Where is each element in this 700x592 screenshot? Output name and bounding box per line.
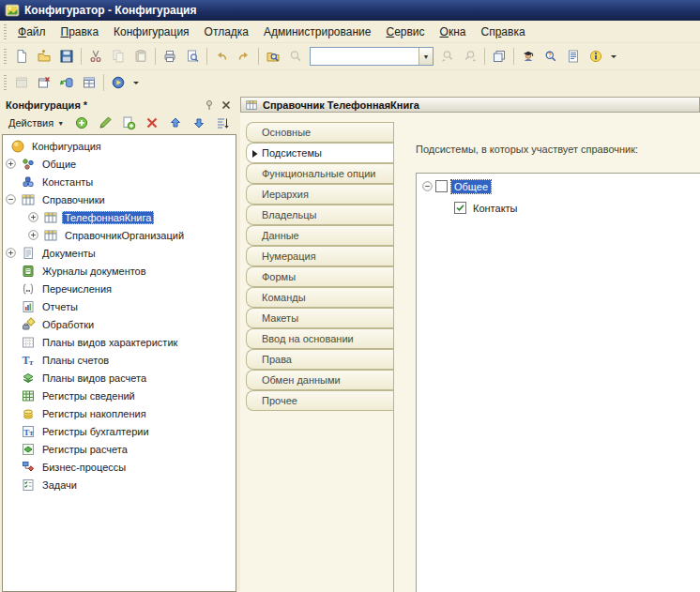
tree-item-Отчеты[interactable]: Отчеты	[3, 297, 236, 315]
move-down-button[interactable]	[189, 114, 209, 132]
tree-item-Планы видов характеристик[interactable]: Планы видов характеристик	[3, 333, 236, 351]
tree-item-label[interactable]: ТелефоннаяКнига	[62, 211, 154, 224]
text-template-button[interactable]	[562, 46, 585, 67]
tree-item-label[interactable]: Общие	[39, 158, 79, 171]
toolbar-grip[interactable]	[4, 75, 7, 90]
tree-item-label[interactable]: Константы	[39, 175, 96, 189]
tab-Прочее[interactable]: Прочее	[246, 390, 393, 411]
move-up-button[interactable]	[165, 114, 186, 132]
tree-item-СправочникОрганизаций[interactable]: СправочникОрганизаций	[3, 226, 236, 244]
tree-item-Регистры бухгалтерии[interactable]: ТтРегистры бухгалтерии	[3, 422, 236, 440]
tree-item-label[interactable]: Регистры расчета	[39, 443, 130, 456]
tab-Макеты[interactable]: Макеты	[246, 308, 393, 328]
syntax-assistant-button[interactable]	[517, 46, 540, 67]
tree-item-label[interactable]: Журналы документов	[39, 265, 149, 278]
tree-item-Обработки[interactable]: Обработки	[3, 315, 236, 333]
syntax-search-button[interactable]: ?	[540, 46, 562, 67]
actions-menu-button[interactable]: Действия ▼	[4, 115, 68, 130]
tree-item-ТелефоннаяКнига[interactable]: ТелефоннаяКнига	[3, 208, 236, 226]
tree-item-Планы счетов[interactable]: TтПланы счетов	[3, 351, 236, 369]
tab-Обмен данными[interactable]: Обмен данными	[246, 370, 393, 390]
expand-icon[interactable]	[4, 159, 18, 169]
tab-Данные[interactable]: Данные	[246, 225, 393, 246]
tree-item-Константы[interactable]: Константы	[3, 173, 236, 190]
tree-item-label[interactable]: Документы	[39, 247, 99, 260]
tab-Подсистемы[interactable]: Подсистемы	[246, 143, 393, 163]
tree-item-label[interactable]: Планы видов характеристик	[39, 336, 180, 349]
tree-item-label[interactable]: Справочники	[39, 193, 108, 206]
menu-Правка[interactable]: Правка	[53, 23, 107, 41]
tree-item-Задачи[interactable]: Задачи	[3, 476, 236, 493]
tree-item-Перечисления[interactable]: Перечисления	[3, 280, 236, 297]
tab-Нумерация[interactable]: Нумерация	[246, 246, 393, 266]
search-input[interactable]	[311, 48, 418, 65]
tree-item-Документы[interactable]: Документы	[3, 244, 236, 262]
subsystem-row-Общее[interactable]: Общее	[417, 177, 700, 195]
tree-item-label[interactable]: Конфигурация	[29, 140, 104, 153]
tree-item-label[interactable]: СправочникОрганизаций	[62, 229, 187, 242]
copy-window-button[interactable]	[488, 46, 510, 67]
tree-item-Планы видов расчета[interactable]: Планы видов расчета	[3, 369, 236, 387]
tree-item-Общие[interactable]: Общие	[3, 155, 236, 173]
tab-Команды[interactable]: Команды	[246, 287, 393, 308]
collapse-icon[interactable]	[4, 194, 18, 205]
new-document-button[interactable]	[10, 46, 33, 67]
tab-Иерархия[interactable]: Иерархия	[246, 184, 393, 205]
tree-item-label[interactable]: Планы видов расчета	[39, 372, 149, 385]
tab-Ввод на основании[interactable]: Ввод на основании	[246, 328, 393, 349]
catalog-editor-header[interactable]: Справочник ТелефоннаяКнига	[240, 97, 700, 113]
close-window-button[interactable]	[33, 72, 55, 93]
toolbar-grip[interactable]	[4, 24, 7, 39]
menu-Администрирование[interactable]: Администрирование	[256, 23, 378, 41]
expand-icon[interactable]	[26, 212, 40, 222]
tree-item-Регистры накопления[interactable]: Регистры накопления	[3, 404, 236, 422]
cut-button[interactable]	[84, 46, 107, 67]
menu-Справка[interactable]: Справка	[473, 23, 532, 41]
open-folder-button[interactable]	[33, 46, 55, 67]
add-button[interactable]	[71, 114, 92, 132]
checkbox-Контакты[interactable]	[454, 202, 466, 214]
tree-item-label[interactable]: Регистры накопления	[39, 407, 149, 420]
expand-icon[interactable]	[26, 230, 40, 240]
add-copy-button[interactable]	[118, 114, 139, 132]
toolbar-grip[interactable]	[4, 49, 7, 64]
menu-Конфигурация[interactable]: Конфигурация	[106, 23, 197, 41]
start-debugging-button[interactable]	[107, 72, 129, 93]
tree-item-label[interactable]: Планы счетов	[39, 354, 112, 367]
menu-Отладка[interactable]: Отладка	[197, 23, 256, 41]
combo-dropdown-icon[interactable]: ▼	[418, 48, 433, 65]
subsystem-row-Контакты[interactable]: Контакты	[417, 199, 700, 217]
sort-button[interactable]	[212, 114, 233, 132]
tree-item-Регистры расчета[interactable]: Регистры расчета	[3, 440, 236, 458]
print-button[interactable]	[159, 46, 181, 67]
tree-item-label[interactable]: Задачи	[39, 478, 80, 492]
menu-Сервис[interactable]: Сервис	[378, 23, 432, 41]
find-in-files-button[interactable]	[262, 46, 284, 67]
tab-Права[interactable]: Права	[246, 349, 393, 370]
menu-Окна[interactable]: Окна	[433, 23, 474, 41]
tree-item-Конфигурация[interactable]: Конфигурация	[3, 137, 236, 155]
toolbar-options-arrow-button[interactable]	[129, 72, 143, 93]
tab-Основные[interactable]: Основные	[246, 122, 393, 143]
tree-item-Бизнес-процессы[interactable]: Бизнес-процессы	[3, 458, 236, 476]
tab-Владельцы[interactable]: Владельцы	[246, 205, 393, 225]
tab-Функциональные опции[interactable]: Функциональные опции	[246, 163, 393, 184]
delete-button[interactable]	[142, 114, 162, 132]
table-settings-button[interactable]	[78, 72, 100, 93]
tree-item-Справочники[interactable]: Справочники	[3, 190, 236, 208]
tree-item-label[interactable]: Регистры бухгалтерии	[39, 425, 152, 438]
subsystem-label[interactable]: Контакты	[470, 202, 521, 215]
toolbar-options-arrow-button[interactable]	[607, 46, 620, 67]
undo-button[interactable]	[210, 46, 233, 67]
tab-Формы[interactable]: Формы	[246, 266, 393, 287]
print-preview-button[interactable]	[181, 46, 204, 67]
pin-icon[interactable]	[203, 99, 216, 112]
tree-item-Регистры сведений[interactable]: Регистры сведений	[3, 387, 236, 404]
redo-button[interactable]	[233, 46, 255, 67]
tree-item-label[interactable]: Перечисления	[39, 282, 114, 296]
tree-item-label[interactable]: Отчеты	[39, 300, 81, 313]
expand-icon[interactable]	[4, 248, 18, 258]
edit-button[interactable]	[95, 114, 115, 132]
info-button[interactable]	[585, 46, 607, 67]
close-icon[interactable]	[220, 99, 233, 112]
